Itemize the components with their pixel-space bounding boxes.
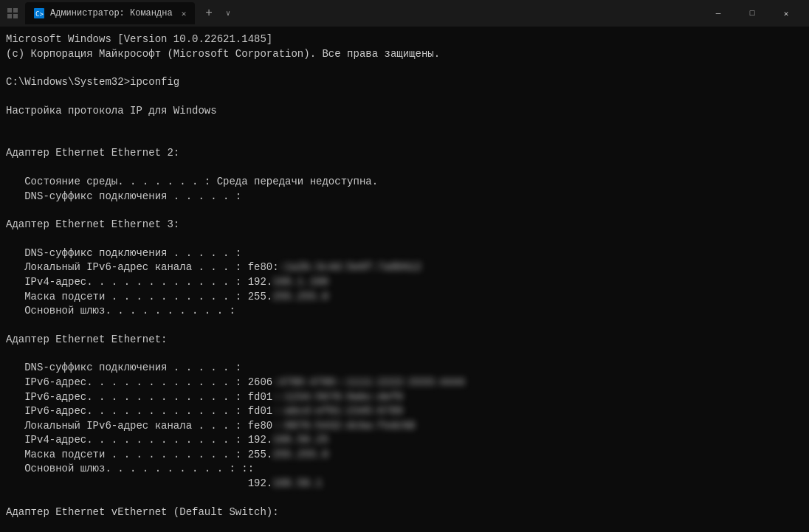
line-2 bbox=[6, 61, 803, 75]
eth2-dns: DNS-суффикс подключения . . . . . : bbox=[6, 190, 803, 204]
eth-gateway-2-value: 168.50.1 bbox=[272, 477, 322, 489]
adapter-eth2-header: Адаптер Ethernet Ethernet 2: bbox=[6, 146, 803, 161]
close-button[interactable]: ✕ bbox=[769, 0, 803, 27]
svg-rect-2 bbox=[7, 14, 12, 18]
line-33 bbox=[6, 491, 803, 505]
eth-ipv4-value: 168.50.25 bbox=[272, 434, 328, 446]
titlebar-controls: — □ ✕ bbox=[701, 0, 803, 27]
new-tab-button[interactable]: + bbox=[201, 7, 217, 20]
eth3-ipv6-local-value: :1a2b:3c4d:5e6f:7a8b%12 bbox=[279, 261, 421, 273]
eth3-gateway: Основной шлюз. . . . . . . . . . : bbox=[6, 304, 803, 319]
line-4 bbox=[6, 90, 803, 104]
cmd-window: C> Администратор: Командна ✕ + ∨ — □ ✕ M… bbox=[0, 0, 809, 532]
eth-ipv6-3: IPv6-адрес. . . . . . . . . . . . : fd01… bbox=[6, 404, 803, 419]
eth-ipv6-1: IPv6-адрес. . . . . . . . . . . . : 2606… bbox=[6, 376, 803, 390]
maximize-button[interactable]: □ bbox=[735, 0, 769, 27]
tab-label: Администратор: Командна bbox=[50, 8, 173, 18]
adapter-veth-header: Адаптер Ethernet vEthernet (Default Swit… bbox=[6, 505, 803, 520]
eth-mask-value: 255.255.0 bbox=[272, 449, 328, 460]
svg-rect-1 bbox=[13, 8, 18, 13]
tab-cmd-icon: C> bbox=[34, 8, 44, 18]
line-9 bbox=[6, 161, 803, 175]
line-14 bbox=[6, 232, 803, 246]
eth-gateway-2: 192.168.50.1 bbox=[6, 477, 803, 491]
eth-ipv6-2-value: ::1234:5678:9abc:def0 bbox=[272, 391, 402, 403]
eth-ipv6-3-value: ::abcd:ef01:2345:6789 bbox=[272, 405, 402, 417]
line-5: Настройка протокола IP для Windows bbox=[6, 104, 803, 119]
line-7 bbox=[6, 132, 803, 146]
line-12 bbox=[6, 204, 803, 218]
line-20 bbox=[6, 319, 803, 333]
line-6 bbox=[6, 118, 803, 132]
eth-gateway-1: Основной шлюз. . . . . . . . . . : :: bbox=[6, 462, 803, 477]
active-tab[interactable]: C> Администратор: Командна ✕ bbox=[25, 2, 195, 24]
svg-rect-3 bbox=[13, 14, 18, 18]
svg-rect-0 bbox=[7, 8, 12, 13]
eth-ipv4: IPv4-адрес. . . . . . . . . . . . : 192.… bbox=[6, 433, 803, 448]
terminal-content[interactable]: Microsoft Windows [Version 10.0.22621.14… bbox=[0, 27, 809, 532]
minimize-button[interactable]: — bbox=[701, 0, 735, 27]
eth3-mask: Маска подсети . . . . . . . . . . : 255.… bbox=[6, 290, 803, 305]
line-0: Microsoft Windows [Version 10.0.22621.14… bbox=[6, 32, 803, 47]
adapter-eth-header: Адаптер Ethernet Ethernet: bbox=[6, 333, 803, 348]
eth2-status: Состояние среды. . . . . . . : Среда пер… bbox=[6, 175, 803, 190]
titlebar-left: C> Администратор: Командна ✕ + ∨ bbox=[6, 2, 701, 24]
eth-ipv6-local-value: ::9876:5432:dcba:fedc%8 bbox=[272, 420, 415, 432]
window-icon bbox=[6, 7, 19, 20]
eth-ipv6-1-value: :4700:4700::1111:2222:3333:4444 bbox=[272, 376, 464, 388]
tab-close-button[interactable]: ✕ bbox=[182, 9, 187, 18]
eth-ipv6-local: Локальный IPv6-адрес канала . . . : fe80… bbox=[6, 419, 803, 434]
titlebar: C> Администратор: Командна ✕ + ∨ — □ ✕ bbox=[0, 0, 809, 27]
line-3: C:\Windows\System32>ipconfig bbox=[6, 75, 803, 90]
eth3-ipv6-local: Локальный IPv6-адрес канала . . . : fe80… bbox=[6, 260, 803, 275]
eth-mask: Маска подсети . . . . . . . . . . : 255.… bbox=[6, 448, 803, 463]
eth3-dns: DNS-суффикс подключения . . . . . : bbox=[6, 246, 803, 261]
eth3-ipv4-value: 168.1.100 bbox=[272, 276, 328, 288]
eth-dns: DNS-суффикс подключения . . . . . : bbox=[6, 361, 803, 376]
adapter-eth3-header: Адаптер Ethernet Ethernet 3: bbox=[6, 218, 803, 232]
eth3-mask-value: 255.255.0 bbox=[272, 291, 328, 303]
eth-ipv6-2: IPv6-адрес. . . . . . . . . . . . : fd01… bbox=[6, 390, 803, 405]
line-22 bbox=[6, 347, 803, 361]
eth3-ipv4: IPv4-адрес. . . . . . . . . . . . : 192.… bbox=[6, 275, 803, 290]
svg-text:C>: C> bbox=[35, 10, 44, 18]
line-1: (с) Корпорация Майкрософт (Microsoft Cor… bbox=[6, 47, 803, 62]
tab-dropdown-button[interactable]: ∨ bbox=[223, 9, 233, 18]
